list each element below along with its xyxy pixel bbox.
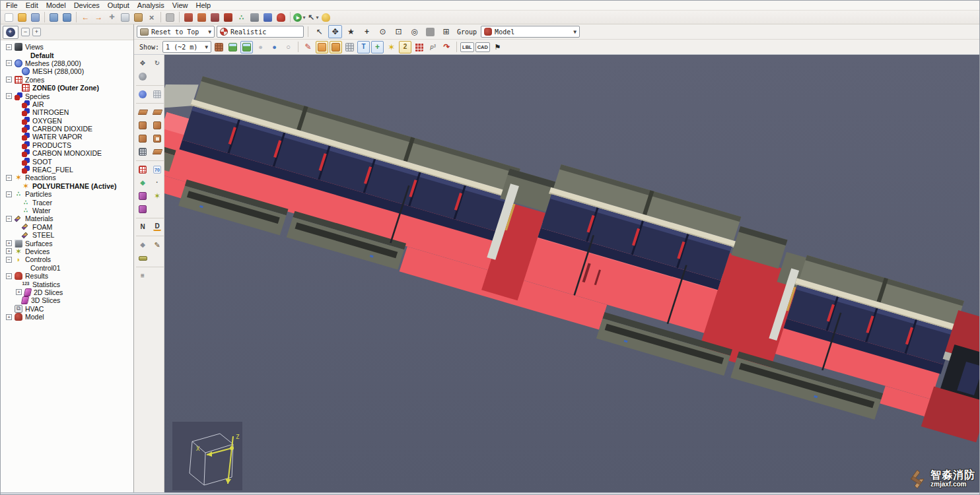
wireframe-mode-button[interactable]	[254, 41, 267, 53]
run-simulation-button[interactable]: ▾	[293, 11, 306, 24]
expander-icon[interactable]: −	[6, 77, 12, 82]
slice-toggle-button[interactable]	[413, 41, 425, 53]
expander-icon[interactable]: +	[6, 240, 12, 246]
cad-toggle-button[interactable]: CAD	[475, 42, 490, 52]
expander-icon[interactable]: −	[6, 44, 12, 50]
material-chip-button[interactable]	[136, 252, 149, 264]
tree-item-particles[interactable]: −Particles	[2, 190, 133, 198]
two-d-mode-button[interactable]	[399, 41, 411, 53]
hole-paint-button[interactable]	[330, 41, 342, 53]
tree-item-views[interactable]: −Views	[2, 43, 133, 51]
expander-icon[interactable]: −	[6, 216, 12, 222]
undo-button[interactable]	[79, 11, 92, 24]
expander-icon[interactable]: −	[6, 191, 12, 197]
temp-70-button[interactable]: 70	[151, 164, 164, 176]
open-mesh-boundary-button[interactable]	[151, 88, 164, 100]
record-lock-button[interactable]	[320, 11, 332, 24]
navigation-view-tab[interactable]	[3, 26, 18, 39]
fast-render-toggle-button[interactable]	[423, 25, 437, 38]
object-list-button[interactable]	[136, 270, 149, 282]
tree-item-controls[interactable]: −Controls	[2, 255, 133, 263]
obstruction-paint-button[interactable]	[316, 41, 328, 53]
expander-icon[interactable]: −	[6, 257, 12, 263]
tree-item-default-view[interactable]: Default	[2, 51, 133, 59]
tree-item-meshes[interactable]: −Meshes (288,000)	[2, 59, 133, 67]
texture-tool-button[interactable]	[343, 41, 356, 53]
snap-dimension-button[interactable]: D	[151, 221, 164, 233]
paste-button[interactable]	[132, 11, 145, 24]
zoom-fit-tool-button[interactable]: ◎	[407, 25, 421, 38]
tree-item-foam[interactable]: FOAM	[2, 223, 133, 231]
zoom-tool-button[interactable]: ⊙	[376, 25, 390, 38]
tree-item-nitrogen[interactable]: NITROGEN	[2, 108, 133, 116]
expander-icon[interactable]: +	[6, 248, 12, 254]
points-toggle-button[interactable]	[427, 41, 439, 53]
delete-button[interactable]	[145, 11, 158, 24]
tree-item-model[interactable]: +Model	[2, 313, 133, 321]
tree-item-products[interactable]: PRODUCTS	[2, 141, 133, 149]
snap-normal-button[interactable]: N	[136, 221, 149, 233]
roam-tool-button[interactable]: ★	[344, 25, 358, 38]
tree-item-reactions[interactable]: −Reactions	[2, 174, 133, 182]
import-button[interactable]	[48, 11, 60, 24]
menu-model[interactable]: Model	[43, 1, 69, 10]
camera-view-combo[interactable]: Reset to Top▼	[137, 26, 215, 38]
tree-item-zone0[interactable]: ZONE0 (Outer Zone)	[2, 84, 133, 92]
attach-button[interactable]	[106, 11, 118, 24]
menu-help[interactable]: Help	[192, 1, 214, 10]
menu-edit[interactable]: Edit	[22, 1, 42, 10]
expander-icon[interactable]: −	[6, 93, 12, 99]
expand-all-button[interactable]: +	[32, 28, 41, 36]
lbl-toggle-button[interactable]: LBL	[460, 42, 474, 52]
move-tool-button[interactable]	[136, 57, 149, 69]
select-tool-button[interactable]: ↖	[312, 25, 326, 38]
export-button[interactable]	[61, 11, 73, 24]
tree-item-control01[interactable]: Control01	[2, 264, 133, 272]
new-slice-button[interactable]	[262, 11, 274, 24]
resolution-combo[interactable]: 1 (~2 m)▼	[162, 41, 211, 53]
tree-item-water-vapor[interactable]: WATER VAPOR	[2, 133, 133, 141]
tree-item-hvac[interactable]: HVAC	[2, 305, 133, 313]
new-results-button[interactable]	[275, 11, 287, 24]
tree-item-materials[interactable]: −Materials	[2, 214, 133, 222]
tree-item-2d-slices[interactable]: +2D Slices	[2, 288, 133, 296]
tree-item-air[interactable]: AIR	[2, 100, 133, 108]
tree-item-oxygen[interactable]: OXYGEN	[2, 117, 133, 125]
draw-hole-button[interactable]	[151, 133, 164, 145]
group-combo[interactable]: Model▼	[481, 26, 580, 38]
paint-tool-button[interactable]	[302, 41, 314, 53]
viewport-layout-button[interactable]: ⊞	[439, 25, 453, 38]
new-mesh-button[interactable]	[182, 11, 195, 24]
3d-viewport[interactable]: X Z 智淼消防 zmjaxf.com	[164, 55, 979, 492]
paint-bucket-button[interactable]	[136, 239, 149, 251]
tree-item-statistics[interactable]: 123Statistics	[2, 280, 133, 288]
tree-item-carbon-dioxide[interactable]: CARBON DIOXIDE	[2, 125, 133, 133]
menu-file[interactable]: File	[3, 1, 21, 10]
grid-toggle-button[interactable]	[213, 41, 225, 53]
expander-icon[interactable]: −	[6, 175, 12, 181]
render-mode-combo[interactable]: Realistic	[217, 26, 304, 38]
draw-wall-button[interactable]	[136, 133, 149, 145]
redo-button[interactable]	[92, 11, 105, 24]
preview-toggle-button[interactable]	[240, 41, 253, 53]
tree-item-results[interactable]: −Results	[2, 272, 133, 280]
tree-item-mesh[interactable]: MESH (288,000)	[2, 67, 133, 75]
expander-icon[interactable]: +	[6, 314, 12, 320]
menu-view[interactable]: View	[169, 1, 192, 10]
tree-item-species[interactable]: −Species	[2, 92, 133, 100]
new-surface-button[interactable]	[248, 11, 261, 24]
draw-block2-button[interactable]	[151, 119, 164, 131]
tree-item-zones[interactable]: −Zones	[2, 76, 133, 84]
draw-boundary-button[interactable]	[136, 203, 149, 215]
new-reaction-button[interactable]	[222, 11, 234, 24]
orbit-tool-button[interactable]: ✥	[328, 25, 342, 38]
menu-analysis[interactable]: Analysis	[134, 1, 168, 10]
tree-item-surfaces[interactable]: +Surfaces	[2, 239, 133, 247]
menu-devices[interactable]: Devices	[71, 1, 103, 10]
new-zone-button[interactable]	[195, 11, 208, 24]
rotate-tool-button[interactable]	[151, 57, 164, 69]
new-species-button[interactable]	[209, 11, 221, 24]
zoom-box-tool-button[interactable]: ⊡	[392, 25, 405, 38]
new-mesh-tool-button[interactable]	[136, 88, 149, 100]
tree-item-3d-slices[interactable]: 3D Slices	[2, 296, 133, 304]
